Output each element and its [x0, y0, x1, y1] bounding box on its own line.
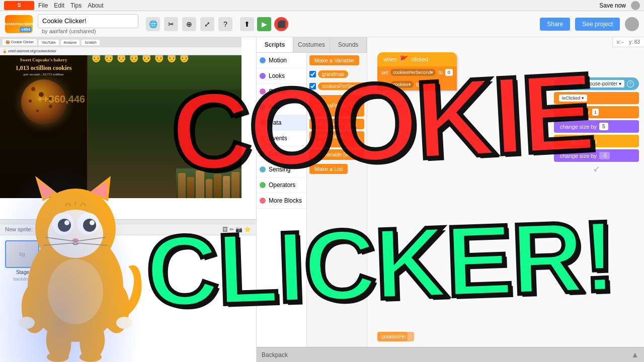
building-4 — [206, 179, 212, 198]
save-now-label: Save now — [599, 2, 626, 9]
backpack-expand-icon[interactable]: ▲ — [631, 350, 639, 359]
user-icon[interactable] — [631, 1, 640, 10]
svg-point-10 — [83, 219, 96, 232]
looks-color-dot — [260, 73, 266, 79]
menu-tips[interactable]: Tips — [70, 2, 82, 9]
version-badge: v454 — [20, 27, 32, 32]
scratch-toolbar: scratch v454 by aairfanf (unshared) 🌐 ✂ … — [0, 11, 644, 37]
cps-value[interactable]: 0 — [445, 69, 453, 76]
tab-costumes[interactable]: Costumes — [293, 37, 330, 52]
help-icon[interactable]: ? — [218, 17, 232, 31]
svg-point-20 — [79, 352, 102, 362]
ie-clicked-dropdown[interactable]: ieClicked ▾ — [559, 95, 587, 102]
category-sensing[interactable]: Sensing — [257, 162, 306, 177]
building-5 — [214, 174, 221, 198]
data-color-dot — [260, 120, 266, 126]
tab-scripts[interactable]: Scripts — [257, 37, 293, 52]
size-5-value[interactable]: 5 — [599, 123, 608, 130]
make-variable-button[interactable]: Make a Variable — [309, 55, 359, 65]
user-avatar[interactable] — [625, 17, 639, 31]
by-value[interactable]: 1 — [592, 109, 599, 116]
fullscreen-icon[interactable]: ⤢ — [200, 17, 214, 31]
stop-button[interactable]: ⬛ — [274, 17, 288, 31]
set-cps-block[interactable]: set cookiesPerSecond▾ to 0 — [377, 66, 457, 78]
project-title-input[interactable] — [38, 14, 138, 28]
change-size-neg5-block[interactable]: change size by -5 — [554, 149, 639, 162]
tabs-row: Scripts Costumes Sounds — [257, 37, 367, 53]
variables-list: grandmas cookiesPerSecond — [309, 70, 364, 90]
menu-about[interactable]: About — [88, 2, 103, 9]
touching-dropdown[interactable]: mouse-pointer ▾ — [582, 80, 624, 87]
grandmas-oval: grandmas — [318, 70, 348, 78]
cc-cookie-count: 1,013 octillion cookies per second : 33.… — [0, 64, 87, 77]
browser-tab-2[interactable]: YouTube — [39, 40, 59, 45]
share-button[interactable]: Share — [540, 18, 570, 31]
cookies-per-sec-var-row: cookiesPerSecond — [309, 82, 367, 90]
wait-value[interactable]: .15 — [571, 137, 583, 145]
wait-block[interactable]: wait .15 secs — [554, 135, 639, 147]
cookies-dropdown: cookies▾ — [559, 109, 582, 116]
menu-edit[interactable]: Edit — [54, 2, 64, 9]
category-more-blocks[interactable]: More Blocks — [257, 193, 306, 209]
copy-icon[interactable]: ✂ — [164, 17, 178, 31]
categories-column: Motion Looks Sound Pen Data — [257, 53, 307, 359]
cookies-block[interactable]: cookies▾ by 1 — [554, 106, 639, 118]
category-motion[interactable]: Motion — [257, 53, 306, 68]
browser-tab-4[interactable]: Scratch — [82, 40, 100, 45]
category-pen[interactable]: Pen — [257, 100, 306, 115]
scratch-logo-small: S — [4, 1, 34, 10]
green-flag-button[interactable]: ▶ — [257, 17, 271, 31]
hide-block[interactable]: hide variable [var▼] — [309, 149, 364, 160]
category-operators[interactable]: Operators — [257, 177, 306, 193]
set-block[interactable]: set [cookiesPerSec▼] to 0 — [309, 95, 364, 117]
touching-block[interactable]: touching mouse-pointer ▾ ? — [554, 77, 639, 90]
zoom-icon[interactable]: ⊕ — [182, 17, 196, 31]
cps-checkbox[interactable] — [309, 83, 316, 89]
ie-clicked-block[interactable]: ieClicked ▾ — [554, 92, 639, 104]
make-list-button[interactable]: Make a List — [309, 164, 348, 174]
set-label-1: set — [381, 70, 388, 75]
scratch-cat-overlay — [0, 146, 146, 362]
menu-bar: S File Edit Tips About Save now — [0, 0, 644, 11]
cps-oval: cookiesPerSecond — [318, 82, 367, 90]
flag-icon: 🚩 — [399, 55, 408, 63]
set-cookies-block[interactable]: set cookies▾ to — [377, 78, 457, 90]
show-block[interactable]: show variable [var▼] — [309, 131, 364, 147]
right-blocks-group: touching mouse-pointer ▾ ? ieClicked ▾ c… — [554, 77, 639, 173]
size-neg5-value[interactable]: -5 — [599, 152, 610, 159]
change-size-5-label: change size by — [560, 124, 597, 130]
script-block-group-main: when 🚩 clicked set cookiesPerSecond▾ to … — [377, 52, 457, 90]
question-icon: ? — [627, 80, 634, 87]
change-block[interactable]: change [var▼] by 1 — [309, 119, 364, 129]
cc-cookie-image[interactable]: ++360,446 — [21, 79, 66, 125]
grandmas-checkbox[interactable] — [309, 71, 316, 77]
data-label: Data — [269, 119, 281, 126]
category-data[interactable]: Data — [257, 115, 306, 131]
svg-point-21 — [19, 317, 35, 329]
building-3 — [196, 170, 204, 198]
category-control[interactable]: Control — [257, 146, 306, 162]
tab-sounds[interactable]: Sounds — [330, 37, 367, 52]
menu-file[interactable]: File — [38, 2, 48, 9]
cc-grandmas-area: 👵 👵 👵 👵 👵 👵 👵 👵 — [88, 49, 242, 89]
browser-tab-3[interactable]: Amazon — [61, 40, 80, 45]
browser-tab[interactable]: 🍪 Cookie Clicker — [3, 39, 37, 45]
when-label: when — [383, 56, 396, 62]
sound-label: Sound — [269, 88, 286, 95]
coordinates-display: x: - y: 83 — [612, 37, 644, 47]
operators-label: Operators — [269, 182, 295, 189]
looks-label: Looks — [269, 72, 285, 79]
events-label: Events — [269, 135, 287, 142]
category-looks[interactable]: Looks — [257, 68, 306, 84]
browser-tab-bar: 🍪 Cookie Clicker YouTube Amazon Scratch — [0, 37, 242, 47]
category-sound[interactable]: Sound — [257, 84, 306, 100]
change-size-5-block[interactable]: change size by 5 — [554, 120, 639, 133]
cps-dim-block[interactable]: cookiesPer... — [377, 332, 414, 341]
category-events[interactable]: Events — [257, 131, 306, 146]
blocks-panel: Scripts Costumes Sounds Motion Looks Sou… — [257, 37, 367, 362]
change-size-neg5-label: change size by — [560, 153, 597, 159]
globe-icon[interactable]: 🌐 — [146, 17, 160, 31]
upload-icon[interactable]: ⬆ — [240, 17, 254, 31]
see-project-button[interactable]: See project — [575, 18, 620, 31]
when-clicked-block[interactable]: when 🚩 clicked — [377, 52, 457, 66]
